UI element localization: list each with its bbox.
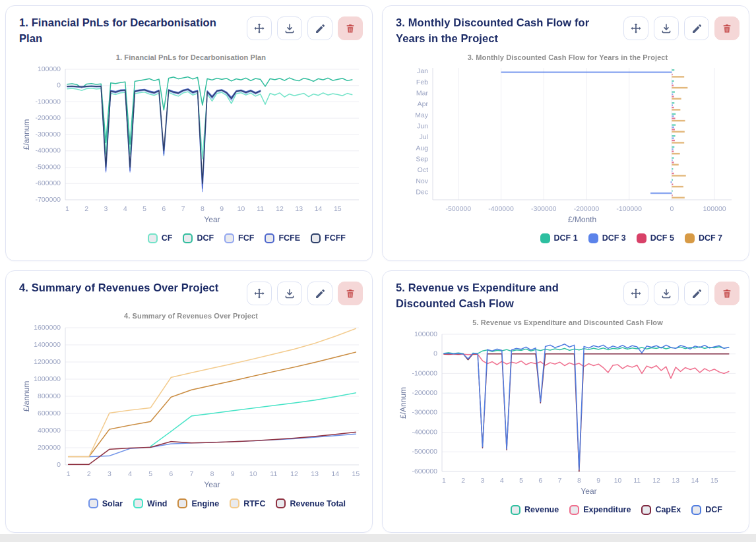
- legend-item-engine[interactable]: Engine: [177, 498, 219, 508]
- legend-label: Wind: [147, 499, 167, 508]
- delete-button[interactable]: [338, 282, 363, 305]
- legend-swatch: [224, 233, 234, 243]
- legend-label: FCFF: [325, 233, 346, 243]
- legend-swatch: [540, 233, 550, 243]
- legend-item-fcfe[interactable]: FCFE: [265, 233, 300, 243]
- trash-icon: [722, 288, 732, 299]
- card-actions: [623, 15, 740, 40]
- legend-item-dcf-7[interactable]: DCF 7: [685, 233, 722, 243]
- legend-item-rtfc[interactable]: RTFC: [230, 498, 265, 508]
- dashboard-grid: 1. Financial PnLs for Decarbonisation Pl…: [0, 0, 756, 533]
- legend-item-fcf[interactable]: FCF: [224, 233, 254, 243]
- legend-swatch: [183, 233, 193, 243]
- monthly-dcf-bar-chart[interactable]: [396, 63, 741, 227]
- download-icon: [284, 287, 296, 299]
- legend-label: Revenue Total: [290, 499, 346, 508]
- card-header: 4. Summary of Revenues Over Project: [19, 280, 363, 305]
- download-button[interactable]: [277, 282, 302, 305]
- download-button[interactable]: [654, 16, 679, 40]
- card-title: 4. Summary of Revenues Over Project: [19, 280, 224, 296]
- pencil-icon: [315, 23, 326, 34]
- delete-button[interactable]: [714, 16, 740, 40]
- chart-inner-title: 3. Monthly Discounted Cash Flow for Year…: [396, 53, 740, 61]
- legend-swatch: [691, 505, 701, 515]
- legend-swatch: [511, 505, 520, 515]
- legend-item-dcf[interactable]: DCF: [691, 505, 722, 515]
- delete-button[interactable]: [338, 16, 363, 40]
- legend-item-revenue-total[interactable]: Revenue Total: [276, 498, 346, 508]
- revenue-summary-chart-legend: SolarWindEngineRTFCRevenue Total: [19, 498, 363, 508]
- pnl-line-chart[interactable]: [19, 63, 364, 227]
- legend-swatch: [569, 505, 579, 515]
- revenue-expenditure-chart-legend: RevenueExpenditureCapExDCF: [396, 505, 740, 515]
- revenue-expenditure-line-chart[interactable]: [396, 328, 741, 499]
- move-icon: [253, 22, 265, 34]
- legend-label: DCF 1: [554, 233, 578, 243]
- card-title: 1. Financial PnLs for Decarbonisation Pl…: [19, 15, 247, 47]
- legend-item-revenue[interactable]: Revenue: [511, 505, 559, 515]
- download-icon: [660, 287, 672, 299]
- legend-item-solar[interactable]: Solar: [88, 498, 123, 508]
- download-button[interactable]: [654, 282, 679, 305]
- legend-label: DCF: [705, 505, 722, 514]
- legend-label: RTFC: [243, 499, 265, 508]
- legend-item-expenditure[interactable]: Expenditure: [569, 505, 631, 515]
- card-actions: [623, 280, 740, 305]
- legend-swatch: [230, 498, 239, 508]
- edit-button[interactable]: [684, 282, 709, 305]
- trash-icon: [345, 288, 356, 299]
- pencil-icon: [691, 23, 703, 34]
- legend-swatch: [685, 233, 695, 243]
- legend-label: FCFE: [278, 233, 300, 243]
- legend-item-dcf-1[interactable]: DCF 1: [540, 233, 578, 243]
- trash-icon: [345, 23, 356, 34]
- move-icon: [253, 287, 265, 299]
- delete-button[interactable]: [714, 282, 740, 305]
- download-icon: [284, 22, 296, 34]
- chart-inner-title: 5. Revenue vs Expenditure and Discounted…: [396, 318, 740, 326]
- monthly-dcf-chart-legend: DCF 1DCF 3DCF 5DCF 7: [396, 233, 740, 243]
- move-button[interactable]: [623, 16, 648, 40]
- legend-label: FCF: [238, 233, 254, 243]
- move-button[interactable]: [247, 16, 272, 40]
- legend-swatch: [133, 498, 143, 508]
- edit-button[interactable]: [684, 16, 709, 40]
- pnl-chart-legend: CFDCFFCFFCFEFCFF: [19, 233, 363, 243]
- legend-item-fcff[interactable]: FCFF: [311, 233, 346, 243]
- legend-swatch: [637, 233, 646, 243]
- legend-item-capex[interactable]: CapEx: [641, 505, 681, 515]
- move-button[interactable]: [247, 282, 272, 305]
- next-row-card-edge: [0, 534, 756, 542]
- legend-swatch: [177, 498, 187, 508]
- move-icon: [630, 287, 642, 299]
- card-title: 3. Monthly Discounted Cash Flow for Year…: [396, 15, 623, 47]
- legend-label: CF: [162, 233, 173, 243]
- legend-swatch: [276, 498, 286, 508]
- download-button[interactable]: [277, 16, 302, 40]
- card-financial-pnls: 1. Financial PnLs for Decarbonisation Pl…: [5, 5, 373, 261]
- edit-button[interactable]: [307, 282, 332, 305]
- pencil-icon: [691, 288, 703, 299]
- legend-label: DCF 3: [602, 233, 626, 243]
- legend-label: Solar: [102, 499, 123, 508]
- move-button[interactable]: [623, 282, 648, 305]
- move-icon: [630, 22, 642, 34]
- edit-button[interactable]: [307, 16, 332, 40]
- legend-item-dcf-3[interactable]: DCF 3: [588, 233, 626, 243]
- chart-inner-title: 1. Financial PnLs for Decarbonisation Pl…: [19, 53, 363, 61]
- legend-swatch: [311, 233, 321, 243]
- chart-inner-title: 4. Summary of Revenues Over Project: [19, 312, 363, 320]
- legend-item-wind[interactable]: Wind: [133, 498, 167, 508]
- legend-item-cf[interactable]: CF: [148, 233, 173, 243]
- legend-swatch: [88, 498, 98, 508]
- card-monthly-dcf: 3. Monthly Discounted Cash Flow for Year…: [382, 5, 749, 261]
- revenue-summary-line-chart[interactable]: [19, 321, 364, 493]
- legend-item-dcf-5[interactable]: DCF 5: [637, 233, 674, 243]
- trash-icon: [722, 23, 732, 34]
- legend-label: Engine: [191, 499, 219, 508]
- legend-label: Revenue: [524, 505, 559, 514]
- download-icon: [660, 22, 672, 34]
- legend-label: CapEx: [655, 505, 681, 514]
- card-header: 1. Financial PnLs for Decarbonisation Pl…: [19, 15, 363, 47]
- legend-item-dcf[interactable]: DCF: [183, 233, 214, 243]
